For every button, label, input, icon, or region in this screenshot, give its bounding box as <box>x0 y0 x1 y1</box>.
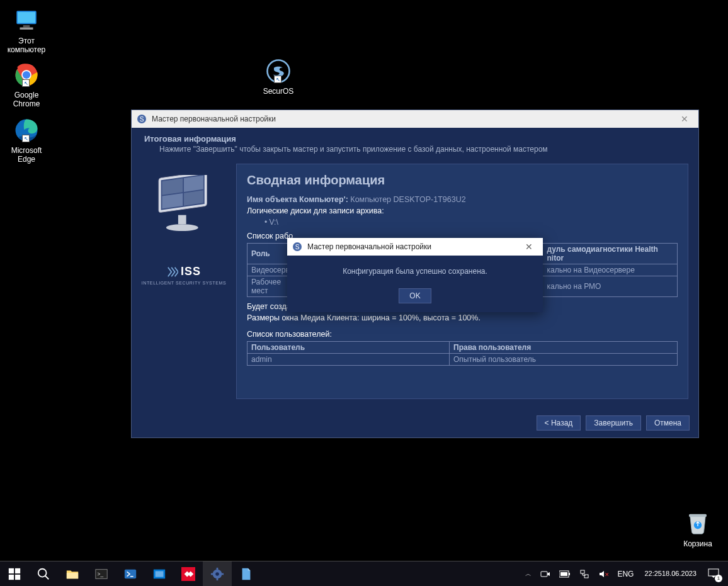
confirmation-dialog: S Мастер первоначальной настройки ✕ Конф… <box>287 238 543 312</box>
brand-tagline: INTELLIGENT SECURITY SYSTEMS <box>132 281 236 285</box>
svg-text:>_: >_ <box>98 571 104 577</box>
media-client-note-2: Размеры окна Медиа Клиента: ширина = 100… <box>247 313 678 322</box>
tray-action-center[interactable]: 1 <box>704 561 724 587</box>
taskbar-anydesk[interactable] <box>174 561 203 587</box>
gear-icon <box>210 567 224 581</box>
taskbar-explorer[interactable] <box>58 561 87 587</box>
notification-badge: 1 <box>715 575 722 582</box>
taskbar-securos-wizard[interactable] <box>203 561 232 587</box>
shortcut-arrow-icon <box>22 135 30 142</box>
shortcut-arrow-icon <box>274 76 282 83</box>
svg-rect-26 <box>15 574 20 579</box>
icon-label: SecurOS <box>254 87 302 96</box>
svg-rect-29 <box>67 573 78 578</box>
svg-point-37 <box>215 572 219 576</box>
windows-icon <box>8 567 21 581</box>
cancel-button[interactable]: Отмена <box>646 415 690 431</box>
clock-date: 18.06.2023 <box>662 570 697 578</box>
taskbar-app-1[interactable] <box>145 561 174 587</box>
folder-icon <box>65 567 79 581</box>
close-icon[interactable]: ✕ <box>520 242 538 252</box>
recycle-bin-icon <box>685 509 711 535</box>
taskbar-app-2[interactable] <box>232 561 261 587</box>
svg-point-27 <box>38 568 47 577</box>
system-tray: ︿ ✕ ENG 22:25 18.06.2023 1 <box>518 561 728 587</box>
desktop-icon-edge[interactable]: MicrosoftEdge <box>3 117 50 164</box>
tray-battery[interactable] <box>556 561 574 587</box>
table-header: Права пользователя <box>450 342 678 354</box>
taskbar-powershell[interactable] <box>116 561 145 587</box>
meet-now-icon <box>540 569 550 579</box>
app-icon <box>152 567 166 581</box>
users-table: ПользовательПрава пользователя adminОпыт… <box>247 341 678 366</box>
dialog-message: Конфигурация была успешно сохранена. <box>293 267 537 276</box>
powershell-icon <box>123 567 137 581</box>
tray-network[interactable] <box>576 561 593 587</box>
table-header: дуль самодиагностики Healthnitor <box>543 244 678 264</box>
desktop-icon-recycle-bin[interactable]: Корзина <box>674 509 722 548</box>
tray-volume[interactable]: ✕ <box>595 561 611 587</box>
volume-mute-icon: ✕ <box>598 569 608 579</box>
edge-icon <box>13 117 40 144</box>
icon-label: GoogleChrome <box>3 91 50 108</box>
tray-clock[interactable]: 22:25 18.06.2023 <box>639 561 702 587</box>
computer-icon <box>13 8 40 34</box>
svg-rect-9 <box>689 514 707 517</box>
dialog-title: Мастер первоначальной настройки <box>307 242 431 251</box>
document-icon <box>239 567 253 581</box>
svg-line-28 <box>45 575 49 579</box>
shortcut-arrow-icon <box>22 79 30 87</box>
wizard-header-title: Итоговая информация <box>144 134 686 144</box>
dialog-titlebar[interactable]: S Мастер первоначальной настройки ✕ <box>287 238 543 256</box>
desktop-icon-chrome[interactable]: GoogleChrome <box>3 62 50 108</box>
svg-text:S: S <box>295 244 300 251</box>
wizard-header: Итоговая информация Нажмите "Завершить" … <box>132 128 698 160</box>
svg-rect-34 <box>156 571 164 577</box>
tray-language[interactable]: ENG <box>614 561 637 587</box>
clock-time: 22:25 <box>644 570 662 578</box>
svg-rect-25 <box>9 574 14 579</box>
back-button[interactable]: < Назад <box>537 415 581 431</box>
svg-rect-2 <box>23 25 30 28</box>
svg-rect-19 <box>178 215 186 225</box>
brand-name: ISS <box>181 265 201 278</box>
svg-text:✕: ✕ <box>605 572 608 578</box>
anydesk-icon <box>181 567 195 581</box>
terminal-icon: >_ <box>94 567 108 581</box>
svg-rect-15 <box>162 178 183 194</box>
iss-logo-icon <box>167 266 178 278</box>
svg-rect-24 <box>15 568 20 573</box>
desktop-icon-this-pc[interactable]: Этоткомпьютер <box>3 8 50 54</box>
tray-meet-now[interactable] <box>537 561 554 587</box>
wizard-titlebar[interactable]: S Мастер первоначальной настройки ✕ <box>132 110 698 128</box>
chevron-up-icon: ︿ <box>525 570 532 578</box>
wizard-header-desc: Нажмите "Завершить" чтобы закрыть мастер… <box>144 145 686 154</box>
svg-rect-3 <box>20 28 33 30</box>
ok-button[interactable]: OK <box>399 288 431 303</box>
desktop-icon-securos[interactable]: SecurOS <box>254 58 302 96</box>
search-button[interactable] <box>29 561 58 587</box>
battery-icon <box>559 570 571 578</box>
finish-button[interactable]: Завершить <box>586 415 641 431</box>
start-button[interactable] <box>0 561 29 587</box>
monitor-illustration <box>146 175 222 238</box>
table-header: Пользователь <box>247 342 450 354</box>
svg-rect-23 <box>9 568 14 573</box>
tray-overflow[interactable]: ︿ <box>522 561 535 587</box>
window-title: Мастер первоначальной настройки <box>152 115 276 123</box>
taskbar: >_ ︿ ✕ ENG 22:25 18.06.2023 <box>0 561 728 586</box>
taskbar-cmd[interactable]: >_ <box>87 561 116 587</box>
wizard-app-icon: S <box>137 114 147 124</box>
drives-label: Логические диски для записи архива: <box>247 206 678 215</box>
close-icon[interactable]: ✕ <box>676 114 693 124</box>
svg-rect-46 <box>581 570 584 573</box>
securos-icon <box>265 58 292 84</box>
svg-rect-16 <box>184 176 203 192</box>
svg-rect-1 <box>18 12 35 23</box>
wizard-footer: < Назад Завершить Отмена <box>132 409 698 437</box>
computer-name-value: Компьютер DESKTOP-1T963U2 <box>350 195 465 204</box>
computer-name-label: Имя объекта Компьютер': <box>247 195 348 204</box>
svg-point-20 <box>166 224 198 231</box>
icon-label: Корзина <box>674 539 722 548</box>
dialog-app-icon: S <box>292 242 302 252</box>
